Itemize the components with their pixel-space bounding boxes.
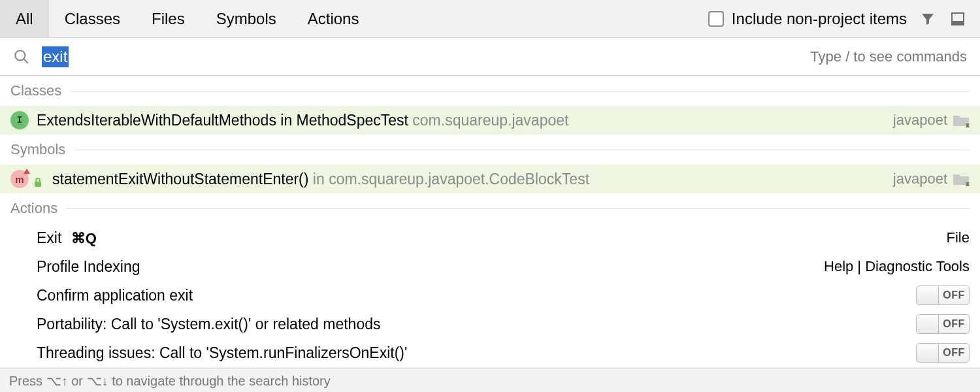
divider	[74, 150, 970, 150]
class-container: MethodSpecTest	[297, 112, 408, 129]
symbol-container: com.squareup.javapoet.CodeBlockTest	[329, 171, 589, 188]
method-icon: m	[10, 170, 29, 188]
sep-text: in	[276, 112, 297, 129]
svg-rect-6	[35, 182, 41, 187]
search-hint: Type / to see commands	[810, 48, 967, 65]
section-title: Symbols	[10, 141, 65, 158]
search-input[interactable]: exit	[42, 46, 810, 67]
module-dir-icon	[953, 113, 970, 127]
action-name: Confirm application exit	[37, 287, 193, 304]
toggle-label: OFF	[939, 347, 969, 359]
row-icons: I	[10, 111, 37, 129]
action-toggle[interactable]: OFF	[916, 314, 970, 334]
search-query-text: exit	[42, 46, 69, 67]
footer-text: Press ⌥↑ or ⌥↓ to navigate through the s…	[9, 373, 331, 389]
class-name: ExtendsIterableWithDefaultMethods	[37, 112, 276, 129]
open-in-tool-window-icon[interactable]	[949, 10, 967, 28]
tab-files[interactable]: Files	[136, 0, 201, 37]
action-shortcut: ⌘Q	[71, 230, 97, 246]
row-right: OFF	[916, 314, 970, 334]
result-row-action[interactable]: Profile Indexing Help | Diagnostic Tools	[0, 252, 980, 281]
toggle-label: OFF	[939, 289, 969, 301]
toggle-label: OFF	[939, 318, 969, 330]
lock-icon	[33, 174, 43, 184]
row-main: Portability: Call to 'System.exit()' or …	[37, 316, 916, 333]
sep-text: in	[308, 171, 329, 188]
row-right: javapoet	[893, 171, 970, 188]
row-main: Threading issues: Call to 'System.runFin…	[37, 344, 916, 362]
footer-hint: Press ⌥↑ or ⌥↓ to navigate through the s…	[0, 368, 980, 392]
row-main: Exit ⌘Q	[37, 229, 947, 247]
row-right: Help | Diagnostic Tools	[824, 258, 970, 275]
module-name: javapoet	[893, 112, 947, 129]
result-row-action[interactable]: Threading issues: Call to 'System.runFin…	[0, 338, 980, 367]
symbol-name: statementExitWithoutStatementEnter()	[52, 171, 308, 188]
row-main: statementExitWithoutStatementEnter() in …	[52, 171, 893, 188]
row-right: OFF	[916, 343, 970, 363]
search-row: exit Type / to see commands	[0, 38, 980, 76]
section-header-symbols: Symbols	[0, 135, 980, 165]
toggle-knob	[917, 344, 939, 362]
toggle-knob	[917, 315, 939, 333]
svg-line-3	[24, 59, 28, 63]
divider	[67, 208, 970, 209]
svg-point-2	[15, 50, 25, 60]
result-row-symbol[interactable]: m statementExitWithoutStatementEnter() i…	[0, 165, 980, 193]
section-title: Classes	[10, 82, 61, 99]
row-main: ExtendsIterableWithDefaultMethods in Met…	[37, 112, 893, 129]
tab-actions[interactable]: Actions	[292, 0, 375, 37]
include-label: Include non-project items	[732, 10, 907, 28]
action-name: Exit	[37, 229, 61, 246]
row-right: File	[947, 229, 970, 246]
row-main: Profile Indexing	[37, 258, 824, 276]
divider	[71, 91, 970, 91]
include-non-project-checkbox[interactable]: Include non-project items	[708, 10, 907, 28]
section-title: Actions	[10, 200, 57, 217]
action-name: Profile Indexing	[37, 258, 140, 275]
tab-symbols[interactable]: Symbols	[201, 0, 292, 37]
tab-bar-right: Include non-project items	[708, 0, 980, 37]
row-main: Confirm application exit	[37, 287, 916, 304]
result-row-action[interactable]: Portability: Call to 'System.exit()' or …	[0, 310, 980, 338]
toggle-knob	[917, 286, 939, 304]
tab-classes[interactable]: Classes	[49, 0, 136, 37]
results-list: Classes I ExtendsIterableWithDefaultMeth…	[0, 76, 980, 367]
tab-bar: All Classes Files Symbols Actions Includ…	[0, 0, 980, 38]
section-header-classes: Classes	[0, 76, 980, 106]
search-tabs: All Classes Files Symbols Actions	[0, 0, 374, 37]
result-row-action[interactable]: Exit ⌘Q File	[0, 223, 980, 252]
module-dir-icon	[953, 172, 970, 186]
class-icon: I	[10, 111, 29, 129]
row-right: OFF	[916, 286, 970, 305]
action-name: Threading issues: Call to 'System.runFin…	[37, 344, 407, 361]
action-location: File	[947, 229, 970, 246]
row-right: javapoet	[893, 112, 970, 129]
section-header-actions: Actions	[0, 193, 980, 223]
action-location: Help | Diagnostic Tools	[824, 258, 970, 275]
action-name: Portability: Call to 'System.exit()' or …	[37, 316, 380, 333]
action-toggle[interactable]: OFF	[916, 343, 970, 363]
result-row-action[interactable]: Confirm application exit OFF	[0, 281, 980, 310]
class-package: com.squareup.javapoet	[412, 112, 568, 129]
tab-all[interactable]: All	[0, 0, 49, 37]
checkbox-icon	[708, 11, 724, 27]
search-icon	[13, 48, 30, 65]
result-row-class[interactable]: I ExtendsIterableWithDefaultMethods in M…	[0, 106, 980, 135]
row-icons: m	[10, 170, 52, 188]
filter-icon[interactable]	[919, 10, 937, 28]
svg-rect-1	[952, 21, 964, 25]
action-toggle[interactable]: OFF	[916, 286, 970, 305]
module-name: javapoet	[893, 171, 947, 188]
